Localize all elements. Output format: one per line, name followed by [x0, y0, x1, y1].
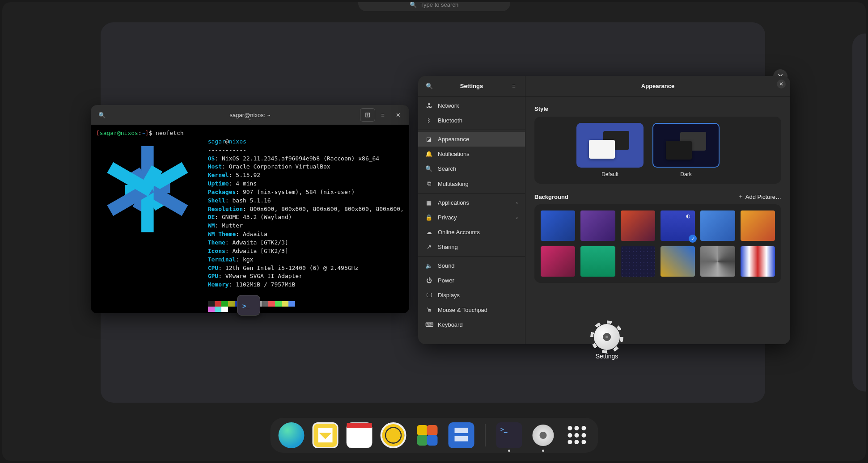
- multitasking-icon: ⧉: [425, 180, 432, 187]
- dock-item-apps-grid[interactable]: [564, 422, 590, 448]
- sidebar-item-label: Bluetooth: [438, 117, 462, 124]
- sidebar-item-sharing[interactable]: ↗Sharing: [418, 240, 525, 254]
- selected-check-icon: ✓: [689, 235, 697, 243]
- wallpaper-thumb[interactable]: [580, 210, 615, 241]
- sharing-icon: ↗: [425, 244, 432, 250]
- notifications-icon: 🔔: [425, 151, 432, 157]
- mouse-touchpad-icon: 🖱: [425, 307, 432, 313]
- gear-icon: [594, 324, 620, 350]
- sidebar-item-label: Mouse & Touchpad: [438, 307, 487, 313]
- grid-icon: [567, 426, 586, 445]
- sidebar-item-power[interactable]: ⏻Power: [418, 273, 525, 288]
- style-option-default[interactable]: Default: [576, 123, 644, 177]
- sidebar-item-label: Privacy: [438, 214, 457, 221]
- dock-item-mail[interactable]: [312, 422, 338, 448]
- search-icon: 🔍: [410, 2, 417, 8]
- sidebar-item-label: Online Accounts: [438, 229, 480, 236]
- sidebar-item-label: Search: [438, 165, 456, 172]
- dark-variant-icon: ◐: [686, 213, 692, 219]
- style-label: Dark: [680, 171, 691, 177]
- add-picture-label: Add Picture…: [745, 194, 781, 200]
- close-icon[interactable]: ✕: [777, 80, 786, 88]
- search-placeholder: Type to search: [420, 2, 458, 8]
- terminal-window[interactable]: 🔍 sagar@nixos: ~ ~ ⊞ ≡ ✕ [sagar@nixos:~]…: [91, 105, 409, 313]
- wallpaper-thumb[interactable]: [580, 246, 615, 277]
- settings-window[interactable]: 🔍 Settings ≡ 🖧NetworkᛒBluetooth◪Appearan…: [418, 76, 790, 344]
- sidebar-item-notifications[interactable]: 🔔Notifications: [418, 147, 525, 161]
- wallpaper-thumb[interactable]: [700, 246, 735, 277]
- sidebar-item-mouse-touchpad[interactable]: 🖱Mouse & Touchpad: [418, 303, 525, 317]
- settings-app-icon[interactable]: Settings: [593, 324, 621, 360]
- separator: [418, 193, 525, 194]
- sidebar-item-label: Sound: [438, 262, 455, 269]
- appearance-icon: ◪: [425, 136, 432, 143]
- chevron-right-icon: ›: [516, 214, 518, 221]
- separator: [418, 130, 525, 130]
- sidebar-item-displays[interactable]: 🖵Displays: [418, 288, 525, 303]
- dock: [270, 418, 598, 453]
- sidebar-item-keyboard[interactable]: ⌨Keyboard: [418, 317, 525, 332]
- terminal-headerbar: 🔍 sagar@nixos: ~ ~ ⊞ ≡ ✕: [91, 105, 409, 125]
- wallpaper-thumb[interactable]: ◐✓: [661, 210, 695, 241]
- wallpaper-thumb[interactable]: [621, 210, 655, 241]
- terminal-app-icon[interactable]: >_: [237, 295, 260, 316]
- keyboard-icon: ⌨: [425, 321, 432, 328]
- wallpaper-thumb[interactable]: [741, 210, 775, 241]
- sidebar-item-label: Sharing: [438, 244, 458, 250]
- dock-item-settings[interactable]: [530, 422, 556, 448]
- online-accounts-icon: ☁: [425, 229, 432, 236]
- settings-sidebar: 🔍 Settings ≡ 🖧NetworkᛒBluetooth◪Appearan…: [418, 76, 525, 344]
- wallpaper-thumb[interactable]: [541, 210, 575, 241]
- sidebar-item-sound[interactable]: 🔈Sound: [418, 258, 525, 273]
- style-option-dark[interactable]: Dark: [652, 123, 720, 177]
- sidebar-item-privacy[interactable]: 🔒Privacy›: [418, 210, 525, 225]
- sidebar-item-label: Displays: [438, 292, 460, 299]
- dock-item-calendar[interactable]: [346, 422, 372, 448]
- dock-item-files[interactable]: [448, 422, 474, 448]
- sidebar-item-label: Multitasking: [438, 181, 469, 187]
- style-section-label: Style: [534, 105, 781, 112]
- sidebar-item-network[interactable]: 🖧Network: [418, 98, 525, 113]
- plus-icon: ＋: [738, 193, 744, 201]
- dock-separator: [485, 424, 485, 446]
- wallpaper-grid: ◐✓: [541, 210, 775, 277]
- search-icon: 🔍: [425, 165, 432, 172]
- sidebar-item-search[interactable]: 🔍Search: [418, 161, 525, 176]
- sidebar-title: Settings: [418, 83, 525, 89]
- gear-icon: [532, 425, 554, 446]
- sidebar-item-multitasking[interactable]: ⧉Multitasking: [418, 176, 525, 191]
- dock-item-photos[interactable]: [414, 422, 440, 448]
- sidebar-item-appearance[interactable]: ◪Appearance: [418, 132, 525, 147]
- workspace-card-next[interactable]: [852, 34, 866, 391]
- sidebar-item-label: Applications: [438, 199, 469, 206]
- terminal-body[interactable]: [sagar@nixos:~]$ neofetch sagar@nixos --…: [91, 125, 409, 313]
- wallpaper-thumb[interactable]: [621, 246, 655, 277]
- sidebar-item-label: Network: [438, 102, 459, 109]
- dock-item-terminal[interactable]: [496, 422, 522, 448]
- sound-icon: 🔈: [425, 262, 432, 269]
- wallpaper-thumb[interactable]: [661, 246, 695, 277]
- panel-title: Appearance: [525, 83, 790, 89]
- background-section-label: Background: [534, 194, 568, 200]
- terminal-subtitle: ~: [91, 118, 409, 122]
- wallpaper-thumb[interactable]: [541, 246, 575, 277]
- network-icon: 🖧: [425, 102, 432, 109]
- chevron-right-icon: ›: [516, 199, 518, 206]
- separator: [418, 256, 525, 257]
- sidebar-item-label: Power: [438, 277, 454, 284]
- dock-item-browser[interactable]: [278, 422, 304, 448]
- dock-item-music[interactable]: [380, 422, 406, 448]
- sidebar-item-online-accounts[interactable]: ☁Online Accounts: [418, 225, 525, 240]
- global-search[interactable]: 🔍 Type to search: [358, 2, 510, 11]
- sidebar-item-bluetooth[interactable]: ᛒBluetooth: [418, 113, 525, 128]
- displays-icon: 🖵: [425, 292, 432, 299]
- sidebar-item-label: Notifications: [438, 151, 470, 157]
- wallpaper-thumb[interactable]: [741, 246, 775, 277]
- wallpaper-thumb[interactable]: [700, 210, 735, 241]
- add-picture-button[interactable]: ＋ Add Picture…: [738, 193, 781, 201]
- sidebar-item-applications[interactable]: ▦Applications›: [418, 195, 525, 210]
- style-label: Default: [601, 171, 618, 177]
- sidebar-item-label: Keyboard: [438, 321, 463, 328]
- privacy-icon: 🔒: [425, 214, 432, 221]
- bluetooth-icon: ᛒ: [425, 117, 432, 124]
